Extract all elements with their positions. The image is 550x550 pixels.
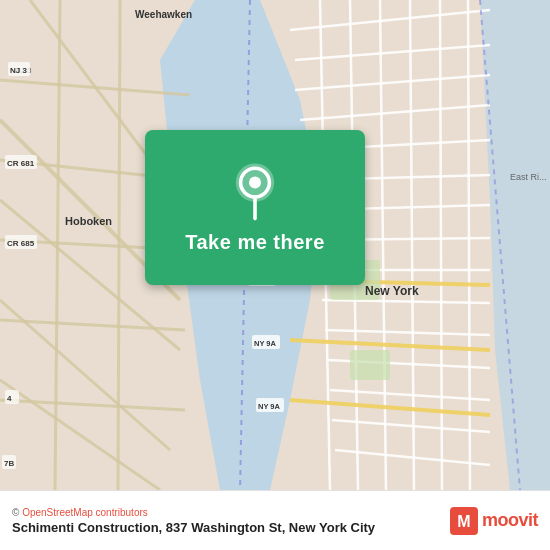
svg-text:CR 685: CR 685 [7,239,35,248]
osm-link[interactable]: OpenStreetMap contributors [22,507,148,518]
moovit-icon-svg: M [450,507,478,535]
svg-text:NY 9A: NY 9A [258,402,281,411]
bottom-bar: © OpenStreetMap contributors Schimenti C… [0,490,550,550]
location-pin-icon [230,161,280,221]
svg-text:NY 9A: NY 9A [254,339,277,348]
svg-text:Weehawken: Weehawken [135,9,192,20]
take-me-there-label: Take me there [185,231,325,254]
map-container: NJ 3 NJ 3 CR 681 CR 685 4 7B NY 9A NY 9A… [0,0,550,490]
svg-text:M: M [457,513,470,530]
svg-text:4: 4 [7,394,12,403]
svg-text:7B: 7B [4,459,14,468]
moovit-logo: M moovit [450,507,538,535]
bottom-info: © OpenStreetMap contributors Schimenti C… [12,507,375,535]
attribution-prefix: © [12,507,22,518]
osm-attribution: © OpenStreetMap contributors [12,507,375,518]
svg-text:NJ 3: NJ 3 [10,66,27,75]
svg-text:CR 681: CR 681 [7,159,35,168]
location-name: Schimenti Construction, 837 Washington S… [12,520,375,535]
svg-text:New York: New York [365,284,419,298]
take-me-there-button[interactable]: Take me there [145,130,365,285]
svg-text:Hoboken: Hoboken [65,215,112,227]
moovit-brand-text: moovit [482,510,538,531]
svg-rect-42 [350,350,390,380]
svg-line-35 [118,0,120,490]
svg-point-66 [249,177,261,189]
svg-text:East Ri...: East Ri... [510,172,547,182]
